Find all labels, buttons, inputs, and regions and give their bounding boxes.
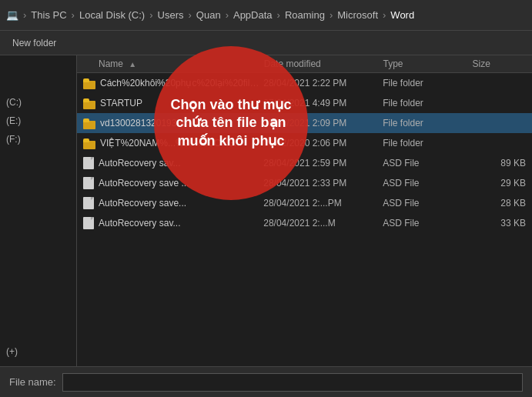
cell-name: AutoRecovery sav... (77, 217, 263, 229)
bc-sep: › (277, 9, 280, 21)
file-icon (83, 197, 94, 209)
cell-size: 28 KB (472, 198, 532, 209)
sidebar-item-c[interactable]: (C:) (0, 94, 76, 111)
cell-type: File folder (383, 118, 472, 128)
file-rows[interactable]: Cách%20khôi%20phục%20lại%20file%20... 28… (77, 73, 532, 366)
col-type-header[interactable]: Type (383, 58, 473, 69)
table-row[interactable]: AutoRecovery sav... 28/04/2021 2:...M AS… (77, 213, 532, 233)
col-size-header[interactable]: Size (473, 58, 532, 69)
sort-arrow-icon: ▲ (129, 60, 136, 68)
file-name: vd1300281320193265​56 (100, 118, 202, 128)
file-name: VIỆT%20NAM%...%20%LUC%3... (100, 138, 242, 148)
bc-word[interactable]: Word (390, 9, 414, 21)
file-name: AutoRecovery sav... (99, 218, 181, 229)
cell-name: AutoRecovery save ... (77, 177, 263, 189)
sidebar: (C:) (E:) (F:) (+) (0, 55, 77, 366)
cell-type: ASD File (383, 218, 472, 229)
toolbar: New folder (0, 31, 532, 55)
cell-date: 28/04/2021 2:09 PM (263, 118, 383, 128)
cell-date: 28/04/2021 2:...PM (263, 198, 383, 209)
bc-sep: › (226, 9, 229, 21)
cell-date: 28/04/2021 2:22 PM (263, 78, 383, 88)
bc-sep: › (23, 9, 26, 21)
folder-icon (83, 97, 95, 109)
table-row[interactable]: vd1300281320193265​56 28/04/2021 2:09 PM… (77, 113, 532, 133)
sidebar-item-e[interactable]: (E:) (0, 112, 76, 129)
cell-date: 28/04/2021 2:33 PM (263, 178, 383, 188)
table-row[interactable]: AutoRecovery save... 28/04/2021 2:...PM … (77, 193, 532, 213)
file-icon (83, 217, 94, 229)
file-icon (83, 157, 94, 169)
file-list-area: Name ▲ Date modified Type Size Cách%20kh… (77, 55, 532, 366)
bc-sep: › (72, 9, 75, 21)
table-row[interactable]: Cách%20khôi%20phục%20lại%20file%20... 28… (77, 73, 532, 93)
cell-size: 33 KB (472, 218, 532, 229)
col-date-header[interactable]: Date modified (264, 58, 383, 69)
table-row[interactable]: STARTUP 27/04/2021 4:49 PM File folder (77, 93, 532, 113)
sidebar-item-plus[interactable]: (+) (0, 343, 76, 360)
table-row[interactable]: VIỆT%20NAM%...%20%LUC%3... 01/02/2020 2:… (77, 133, 532, 153)
file-name: AutoRecovery sav... (99, 158, 181, 168)
bc-item[interactable]: Quan (196, 9, 221, 21)
cell-type: ASD File (383, 198, 472, 209)
breadcrumb[interactable]: 💻 › This PC › Local Disk (C:) › Users › … (6, 9, 414, 21)
cell-type: File folder (383, 98, 472, 108)
cell-name: VIỆT%20NAM%...%20%LUC%3... (77, 137, 263, 149)
new-folder-button[interactable]: New folder (6, 35, 62, 51)
filename-input[interactable] (62, 373, 523, 392)
breadcrumb-bar: 💻 › This PC › Local Disk (C:) › Users › … (0, 0, 532, 31)
cell-type: ASD File (383, 178, 472, 188)
bc-sep: › (383, 9, 386, 21)
cell-size: 29 KB (472, 178, 532, 188)
cell-name: Cách%20khôi%20phục%20lại%20file%20... (77, 77, 263, 89)
file-name: AutoRecovery save ... (99, 178, 189, 188)
folder-icon (83, 77, 95, 89)
cell-date: 01/02/2020 2:06 PM (263, 138, 383, 148)
cell-name: STARTUP (77, 97, 263, 109)
cell-type: File folder (383, 78, 472, 88)
bc-this-pc[interactable]: 💻 (6, 9, 18, 21)
col-name-header[interactable]: Name ▲ (77, 58, 264, 69)
cell-name: AutoRecovery sav... (77, 157, 263, 169)
folder-icon (83, 117, 95, 129)
bc-item[interactable]: This PC (31, 9, 66, 21)
folder-icon (83, 137, 95, 149)
cell-date: 28/04/2021 2:59 PM (263, 158, 383, 168)
bottom-bar: File name: (0, 366, 532, 397)
bc-item[interactable]: Local Disk (C:) (79, 9, 145, 21)
column-headers: Name ▲ Date modified Type Size (77, 55, 532, 73)
file-name: AutoRecovery save... (99, 198, 186, 209)
file-name: STARTUP (100, 98, 142, 108)
cell-type: File folder (383, 138, 472, 148)
bc-item[interactable]: Users (158, 9, 184, 21)
table-row[interactable]: AutoRecovery save ... 28/04/2021 2:33 PM… (77, 173, 532, 193)
table-row[interactable]: AutoRecovery sav... 28/04/2021 2:59 PM A… (77, 153, 532, 173)
bc-sep: › (149, 9, 152, 21)
sidebar-item-f[interactable]: (F:) (0, 131, 76, 148)
cell-type: ASD File (383, 158, 472, 168)
bc-item[interactable]: Roaming (285, 9, 325, 21)
main-area: (C:) (E:) (F:) (+) Name ▲ Date modified … (0, 55, 532, 366)
bc-item[interactable]: AppData (233, 9, 273, 21)
cell-name: vd1300281320193265​56 (77, 117, 263, 129)
bc-item[interactable]: Microsoft (337, 9, 378, 21)
filename-label: File name: (9, 376, 56, 388)
cell-name: AutoRecovery save... (77, 197, 263, 209)
bc-sep: › (188, 9, 191, 21)
file-icon (83, 177, 94, 189)
cell-date: 28/04/2021 2:...M (263, 218, 383, 229)
cell-size: 89 KB (472, 158, 532, 168)
file-name: Cách%20khôi%20phục%20lại%20file%20... (100, 78, 263, 88)
bc-sep: › (330, 9, 333, 21)
cell-date: 27/04/2021 4:49 PM (263, 98, 383, 108)
